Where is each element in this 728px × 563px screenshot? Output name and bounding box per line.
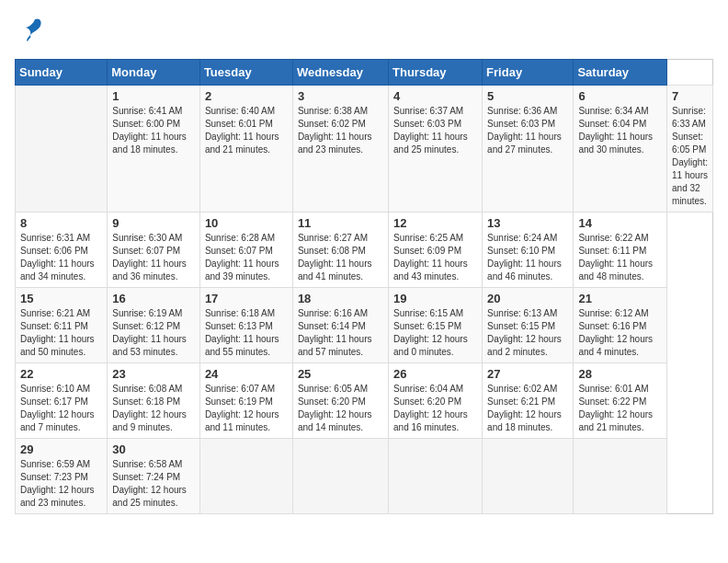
calendar-cell: 20 Sunrise: 6:13 AMSunset: 6:15 PMDaylig…: [483, 288, 574, 363]
day-info: Sunrise: 6:05 AMSunset: 6:20 PMDaylight:…: [298, 384, 372, 432]
day-info: Sunrise: 6:37 AMSunset: 6:03 PMDaylight:…: [393, 106, 468, 155]
day-info: Sunrise: 6:41 AMSunset: 6:00 PMDaylight:…: [112, 106, 187, 155]
day-info: Sunrise: 6:28 AMSunset: 6:07 PMDaylight:…: [205, 233, 279, 282]
day-number: 24: [205, 367, 288, 381]
calendar-cell: 17 Sunrise: 6:18 AMSunset: 6:13 PMDaylig…: [199, 288, 292, 363]
column-header-thursday: Thursday: [389, 60, 483, 86]
calendar-cell: 1 Sunrise: 6:41 AMSunset: 6:00 PMDayligh…: [108, 86, 200, 213]
calendar-week-4: 22 Sunrise: 6:10 AMSunset: 6:17 PMDaylig…: [16, 363, 713, 439]
calendar-cell: 28 Sunrise: 6:01 AMSunset: 6:22 PMDaylig…: [574, 363, 667, 439]
calendar-cell: 3 Sunrise: 6:38 AMSunset: 6:02 PMDayligh…: [292, 86, 388, 213]
calendar-cell: 18 Sunrise: 6:16 AMSunset: 6:14 PMDaylig…: [292, 288, 388, 363]
calendar-cell: 15 Sunrise: 6:21 AMSunset: 6:11 PMDaylig…: [16, 288, 108, 363]
calendar-cell: [16, 86, 108, 213]
calendar-cell: 12 Sunrise: 6:25 AMSunset: 6:09 PMDaylig…: [389, 213, 483, 288]
day-info: Sunrise: 6:07 AMSunset: 6:19 PMDaylight:…: [205, 384, 279, 432]
day-info: Sunrise: 6:38 AMSunset: 6:02 PMDaylight:…: [298, 106, 372, 155]
day-info: Sunrise: 6:36 AMSunset: 6:03 PMDaylight:…: [487, 106, 562, 155]
calendar-cell: 13 Sunrise: 6:24 AMSunset: 6:10 PMDaylig…: [483, 213, 574, 288]
day-number: 29: [20, 442, 102, 456]
day-number: 26: [393, 367, 477, 381]
day-info: Sunrise: 6:19 AMSunset: 6:12 PMDaylight:…: [112, 308, 187, 357]
day-info: Sunrise: 6:27 AMSunset: 6:08 PMDaylight:…: [298, 233, 372, 282]
day-info: Sunrise: 6:02 AMSunset: 6:21 PMDaylight:…: [487, 384, 562, 432]
day-number: 16: [112, 292, 195, 305]
day-info: Sunrise: 6:21 AMSunset: 6:11 PMDaylight:…: [20, 308, 95, 357]
day-number: 27: [487, 367, 568, 381]
day-info: Sunrise: 6:10 AMSunset: 6:17 PMDaylight:…: [20, 384, 95, 432]
calendar-header-row: SundayMondayTuesdayWednesdayThursdayFrid…: [16, 60, 713, 86]
day-number: 8: [20, 216, 102, 230]
day-number: 9: [112, 216, 195, 230]
day-number: 28: [578, 367, 662, 381]
page-header: [15, 15, 713, 48]
calendar-cell: 22 Sunrise: 6:10 AMSunset: 6:17 PMDaylig…: [16, 363, 108, 439]
calendar-cell: 16 Sunrise: 6:19 AMSunset: 6:12 PMDaylig…: [108, 288, 200, 363]
day-number: 21: [578, 292, 662, 305]
day-info: Sunrise: 6:04 AMSunset: 6:20 PMDaylight:…: [393, 384, 468, 432]
column-header-sunday: Sunday: [16, 60, 108, 86]
day-number: 18: [298, 292, 383, 305]
day-info: Sunrise: 6:24 AMSunset: 6:10 PMDaylight:…: [487, 233, 562, 282]
calendar-cell: 25 Sunrise: 6:05 AMSunset: 6:20 PMDaylig…: [292, 363, 388, 439]
calendar-cell: 19 Sunrise: 6:15 AMSunset: 6:15 PMDaylig…: [389, 288, 483, 363]
calendar-week-5: 29 Sunrise: 6:59 AMSunset: 7:23 PMDaylig…: [16, 439, 713, 514]
day-info: Sunrise: 6:58 AMSunset: 7:24 PMDaylight:…: [112, 459, 187, 508]
day-number: 17: [205, 292, 288, 305]
day-number: 15: [20, 292, 102, 305]
calendar-cell: 21 Sunrise: 6:12 AMSunset: 6:16 PMDaylig…: [574, 288, 667, 363]
day-info: Sunrise: 6:18 AMSunset: 6:13 PMDaylight:…: [205, 308, 279, 357]
calendar-cell: 7 Sunrise: 6:33 AMSunset: 6:05 PMDayligh…: [667, 86, 713, 213]
calendar-cell: 2 Sunrise: 6:40 AMSunset: 6:01 PMDayligh…: [199, 86, 292, 213]
day-info: Sunrise: 6:08 AMSunset: 6:18 PMDaylight:…: [112, 384, 187, 432]
day-info: Sunrise: 6:15 AMSunset: 6:15 PMDaylight:…: [393, 308, 468, 357]
calendar-cell: 27 Sunrise: 6:02 AMSunset: 6:21 PMDaylig…: [483, 363, 574, 439]
day-info: Sunrise: 6:22 AMSunset: 6:11 PMDaylight:…: [578, 233, 653, 282]
calendar-week-3: 15 Sunrise: 6:21 AMSunset: 6:11 PMDaylig…: [16, 288, 713, 363]
day-info: Sunrise: 6:59 AMSunset: 7:23 PMDaylight:…: [20, 459, 95, 508]
day-number: 1: [112, 89, 195, 103]
calendar-cell: 9 Sunrise: 6:30 AMSunset: 6:07 PMDayligh…: [108, 213, 200, 288]
column-header-saturday: Saturday: [574, 60, 667, 86]
calendar-cell: 5 Sunrise: 6:36 AMSunset: 6:03 PMDayligh…: [483, 86, 574, 213]
day-info: Sunrise: 6:31 AMSunset: 6:06 PMDaylight:…: [20, 233, 95, 282]
day-number: 12: [393, 216, 477, 230]
day-number: 6: [578, 89, 662, 103]
column-header-wednesday: Wednesday: [292, 60, 388, 86]
calendar-cell: 26 Sunrise: 6:04 AMSunset: 6:20 PMDaylig…: [389, 363, 483, 439]
day-number: 22: [20, 367, 102, 381]
day-number: 19: [393, 292, 477, 305]
day-number: 13: [487, 216, 568, 230]
day-info: Sunrise: 6:01 AMSunset: 6:22 PMDaylight:…: [578, 384, 653, 432]
column-header-tuesday: Tuesday: [199, 60, 292, 86]
calendar-cell: 24 Sunrise: 6:07 AMSunset: 6:19 PMDaylig…: [199, 363, 292, 439]
calendar-week-1: 1 Sunrise: 6:41 AMSunset: 6:00 PMDayligh…: [16, 86, 713, 213]
calendar-cell: [389, 439, 483, 514]
day-info: Sunrise: 6:33 AMSunset: 6:05 PMDaylight:…: [672, 106, 708, 206]
calendar-cell: [199, 439, 292, 514]
column-header-friday: Friday: [483, 60, 574, 86]
calendar-cell: 4 Sunrise: 6:37 AMSunset: 6:03 PMDayligh…: [389, 86, 483, 213]
calendar-cell: [574, 439, 667, 514]
calendar-table: SundayMondayTuesdayWednesdayThursdayFrid…: [15, 59, 713, 514]
day-number: 7: [672, 89, 708, 103]
calendar-cell: 8 Sunrise: 6:31 AMSunset: 6:06 PMDayligh…: [16, 213, 108, 288]
day-number: 3: [298, 89, 383, 103]
logo: [15, 15, 44, 48]
day-info: Sunrise: 6:16 AMSunset: 6:14 PMDaylight:…: [298, 308, 372, 357]
day-number: 2: [205, 89, 288, 103]
day-number: 23: [112, 367, 195, 381]
calendar-cell: 11 Sunrise: 6:27 AMSunset: 6:08 PMDaylig…: [292, 213, 388, 288]
calendar-cell: [483, 439, 574, 514]
day-info: Sunrise: 6:30 AMSunset: 6:07 PMDaylight:…: [112, 233, 187, 282]
day-info: Sunrise: 6:40 AMSunset: 6:01 PMDaylight:…: [205, 106, 279, 155]
day-number: 5: [487, 89, 568, 103]
calendar-cell: 10 Sunrise: 6:28 AMSunset: 6:07 PMDaylig…: [199, 213, 292, 288]
day-number: 14: [578, 216, 662, 230]
column-header-monday: Monday: [108, 60, 200, 86]
day-number: 30: [112, 442, 195, 456]
day-info: Sunrise: 6:13 AMSunset: 6:15 PMDaylight:…: [487, 308, 562, 357]
calendar-week-2: 8 Sunrise: 6:31 AMSunset: 6:06 PMDayligh…: [16, 213, 713, 288]
calendar-cell: 23 Sunrise: 6:08 AMSunset: 6:18 PMDaylig…: [108, 363, 200, 439]
calendar-cell: [292, 439, 388, 514]
